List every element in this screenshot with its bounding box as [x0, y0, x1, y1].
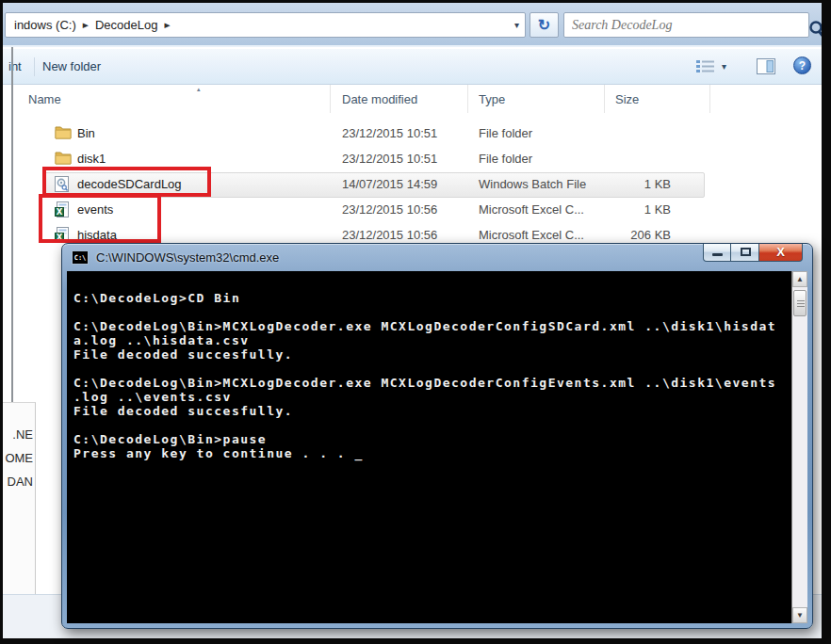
scrollbar-grip-icon: [797, 300, 805, 308]
file-type: Microsoft Excel C...: [479, 228, 584, 242]
folder-icon: [55, 151, 72, 168]
column-header-type[interactable]: Type: [479, 92, 505, 106]
window-controls: X: [703, 244, 803, 262]
column-header-size[interactable]: Size: [615, 92, 639, 106]
left-pane-clipped-items: .NEOMEDAN: [3, 402, 36, 595]
breadcrumb-arrow-icon[interactable]: ▶: [164, 21, 170, 28]
column-separator[interactable]: [604, 85, 605, 113]
file-row-Bin[interactable]: Bin23/12/2015 10:51File folder: [13, 121, 822, 147]
help-icon: ?: [799, 59, 806, 72]
file-name: disk1: [77, 152, 106, 166]
file-date-modified: 23/12/2015 10:56: [342, 202, 437, 217]
new-folder-button[interactable]: New folder: [42, 59, 101, 73]
breadcrumb-segment-drive[interactable]: indows (C:): [14, 18, 76, 32]
search-magnifier-icon: [808, 20, 822, 40]
annotation-box-output-files: [39, 194, 161, 243]
file-type: Microsoft Excel C...: [479, 202, 584, 217]
file-name: Bin: [77, 126, 95, 140]
file-size: 1 KB: [584, 202, 671, 217]
list-view-icon: [695, 58, 716, 73]
address-dropdown-icon[interactable]: ▾: [514, 20, 519, 30]
column-header-date-modified[interactable]: Date modified: [342, 92, 417, 106]
column-headers: ▴ Name Date modified Type Size: [13, 85, 822, 113]
console-scrollbar[interactable]: ▲ ▼: [791, 271, 807, 623]
explorer-toolbar: int New folder ▾ ?: [3, 49, 822, 85]
screenshot-root: { "explorer": { "address": { "path_prefi…: [0, 0, 831, 644]
file-type: Windows Batch File: [479, 177, 586, 191]
column-separator[interactable]: [330, 85, 331, 113]
scroll-down-button[interactable]: ▼: [792, 607, 807, 623]
cmd-prompt-icon: C:\: [72, 250, 89, 265]
file-date-modified: 23/12/2015 10:51: [342, 126, 437, 140]
search-input[interactable]: [564, 13, 808, 37]
breadcrumb-arrow-icon[interactable]: ▶: [83, 21, 89, 28]
cmd-window: C:\ C:\WINDOWS\system32\cmd.exe X C:\Dec…: [61, 243, 813, 629]
file-date-modified: 14/07/2015 14:59: [342, 177, 437, 191]
close-button[interactable]: X: [758, 244, 803, 262]
clipped-nav-item: OME: [5, 451, 33, 465]
toolbar-separator: [34, 57, 35, 76]
console-text: C:\DecodeLog>CD Bin C:\DecodeLog\Bin>MCX…: [67, 271, 807, 460]
scrollbar-thumb[interactable]: [793, 290, 807, 316]
column-header-name[interactable]: Name: [28, 92, 61, 106]
scroll-up-button[interactable]: ▲: [792, 271, 807, 287]
minimize-icon: [712, 253, 723, 256]
file-date-modified: 23/12/2015 10:56: [342, 228, 437, 242]
file-type: File folder: [479, 152, 532, 166]
minimize-button[interactable]: [703, 244, 731, 262]
clipped-nav-item: DAN: [8, 475, 33, 489]
address-bar[interactable]: indows (C:) ▶ DecodeLog ▶ ▾: [5, 12, 526, 38]
maximize-icon: [741, 248, 751, 256]
refresh-icon: ↻: [538, 16, 550, 34]
help-button[interactable]: ?: [793, 56, 811, 74]
search-box[interactable]: [563, 12, 809, 38]
console-output[interactable]: C:\DecodeLog>CD Bin C:\DecodeLog\Bin>MCX…: [67, 271, 807, 623]
file-type: File folder: [479, 126, 532, 140]
cmd-window-title: C:\WINDOWS\system32\cmd.exe: [96, 250, 279, 265]
change-view-button[interactable]: ▾: [695, 58, 726, 73]
clipped-nav-item: .NE: [12, 427, 33, 442]
breadcrumb-segment-folder[interactable]: DecodeLog: [95, 18, 158, 32]
file-size: 1 KB: [584, 177, 671, 191]
file-date-modified: 23/12/2015 10:51: [342, 152, 437, 166]
preview-pane-button[interactable]: [757, 58, 775, 77]
annotation-box-batch-file: [42, 167, 211, 197]
refresh-button[interactable]: ↻: [530, 12, 559, 38]
cmd-title-bar[interactable]: C:\ C:\WINDOWS\system32\cmd.exe: [62, 244, 812, 271]
explorer-title-chrome: indows (C:) ▶ DecodeLog ▶ ▾ ↻: [3, 3, 822, 47]
file-size: 206 KB: [584, 228, 671, 242]
sort-ascending-icon: ▴: [197, 86, 201, 93]
column-separator[interactable]: [467, 85, 468, 113]
column-separator[interactable]: [709, 85, 710, 113]
views-dropdown-icon: ▾: [722, 61, 726, 72]
folder-icon: [55, 125, 72, 142]
maximize-button[interactable]: [730, 244, 759, 262]
preview-pane-icon: [757, 58, 775, 74]
